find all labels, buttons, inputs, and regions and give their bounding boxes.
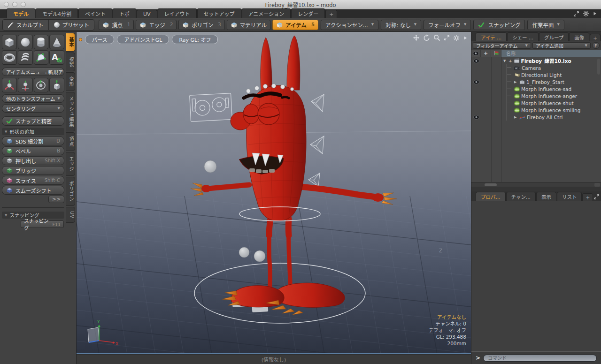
add-properties-tab-button[interactable]: + bbox=[582, 193, 593, 201]
visibility-toggle[interactable] bbox=[471, 99, 481, 106]
expander-open-icon[interactable]: ▼ bbox=[503, 59, 507, 63]
tool-button-押し出し[interactable]: 押し出しShift-X bbox=[2, 156, 64, 165]
preset-button[interactable]: プリセット bbox=[49, 20, 94, 30]
tree-row-Morph Influence-sad[interactable]: Morph Influence-sad bbox=[471, 85, 601, 92]
item-panel-tab-画像[interactable]: 画像 bbox=[569, 32, 589, 41]
viewport-3d[interactable]: Z bbox=[77, 32, 471, 354]
primitive-cone-icon[interactable] bbox=[49, 35, 64, 49]
transform-axis-move-gizmo-icon[interactable] bbox=[18, 78, 33, 92]
other-transform-dropdown[interactable]: 他のトランスフォーム▼ bbox=[2, 94, 64, 103]
tree-row-Morph Influence-shut[interactable]: Morph Influence-shut bbox=[471, 99, 601, 106]
layout-tab-レンダー[interactable]: レンダー bbox=[291, 8, 325, 18]
sidebar-tab-エッジ[interactable]: エッジ bbox=[66, 152, 75, 176]
primitive-helix-icon[interactable] bbox=[18, 50, 33, 65]
visibility-toggle[interactable] bbox=[471, 78, 481, 85]
mode-button-ポリゴン[interactable]: ポリゴン3 bbox=[178, 20, 224, 30]
visibility-toggle[interactable] bbox=[471, 71, 481, 78]
sidebar-tab-頂点[interactable]: 頂点 bbox=[66, 132, 75, 151]
sidebar-tab-複製[interactable]: 複製 bbox=[66, 53, 75, 71]
properties-tab-プロパ...[interactable]: プロパ... bbox=[476, 192, 506, 201]
maximize-icon[interactable] bbox=[593, 194, 600, 200]
command-input[interactable] bbox=[483, 355, 597, 362]
centering-dropdown[interactable]: センタリング▼ bbox=[2, 104, 64, 113]
visibility-toggle[interactable] bbox=[471, 92, 481, 99]
layout-tab-アニメーション[interactable]: アニメーション bbox=[242, 8, 291, 18]
layout-tab-モデル4分割[interactable]: モデル4分割 bbox=[36, 8, 78, 18]
tree-row-1_Fireboy_Start[interactable]: ▶1_Fireboy_Start bbox=[471, 78, 601, 85]
filter-items-dropdown[interactable]: フィルターアイテム▼ bbox=[473, 42, 531, 49]
more-tools-button[interactable]: >> bbox=[48, 196, 64, 203]
visibility-toggle[interactable] bbox=[471, 106, 481, 114]
maximize-icon[interactable] bbox=[573, 11, 579, 17]
shape-add-header[interactable]: ▼形状の追加 bbox=[2, 128, 64, 135]
tool-button-スライス[interactable]: スライスShift-C bbox=[2, 176, 64, 185]
orbit-icon[interactable] bbox=[423, 34, 430, 41]
visibility-column-header[interactable] bbox=[471, 50, 481, 57]
layout-tab-UV[interactable]: UV bbox=[137, 10, 157, 18]
add-panel-tab-button[interactable]: + bbox=[590, 34, 601, 41]
primitive-polygon-pen-icon[interactable] bbox=[34, 50, 49, 65]
filter-button[interactable]: F bbox=[592, 42, 600, 49]
properties-tab-チャン...[interactable]: チャン... bbox=[506, 192, 536, 201]
minimize-button[interactable] bbox=[12, 2, 17, 7]
action-center-dropdown[interactable]: アクションセン...▼ bbox=[321, 20, 378, 30]
zoom-button[interactable] bbox=[21, 2, 26, 7]
layout-tab-ペイント[interactable]: ペイント bbox=[78, 8, 112, 18]
tree-row-Morph Influence-anger[interactable]: Morph Influence-anger bbox=[471, 92, 601, 99]
layout-tab-レイアウト[interactable]: レイアウト bbox=[158, 8, 197, 18]
mode-button-頂点[interactable]: 頂点1 bbox=[99, 20, 134, 30]
snap-precision-button[interactable]: スナップと精密 bbox=[2, 116, 64, 126]
layout-tab-トポ[interactable]: トポ bbox=[113, 8, 136, 18]
scrollbar-thumb[interactable] bbox=[485, 183, 497, 186]
tree-horizontal-scrollbar[interactable] bbox=[471, 182, 601, 187]
mode-button-アイテム[interactable]: アイテム5 bbox=[272, 20, 318, 30]
properties-tab-表示[interactable]: 表示 bbox=[536, 192, 556, 201]
tree-row-Camera[interactable]: Camera bbox=[471, 64, 601, 71]
viewport-button-パース[interactable]: パース bbox=[85, 35, 114, 44]
viewport-button-Ray GL: オフ[interactable]: Ray GL: オフ bbox=[172, 35, 218, 44]
viewport-button-アドバンストGL[interactable]: アドバンストGL bbox=[117, 35, 169, 44]
transform-scale-gizmo-icon[interactable] bbox=[49, 78, 64, 92]
pan-icon[interactable] bbox=[413, 34, 420, 41]
snapping-button[interactable]: スナッピング bbox=[473, 20, 525, 30]
mode-button-エッジ[interactable]: エッジ2 bbox=[136, 20, 177, 30]
sculpt-button[interactable]: スカルプト bbox=[3, 20, 49, 30]
add-layout-tab-button[interactable]: + bbox=[325, 10, 337, 18]
visibility-toggle[interactable] bbox=[471, 114, 481, 121]
layout-tab-モデル[interactable]: モデル bbox=[7, 8, 35, 18]
tool-button-スムーズシフト[interactable]: スムーズシフト bbox=[2, 186, 64, 195]
zoom-icon[interactable] bbox=[433, 34, 440, 41]
tool-button-ベベル[interactable]: ベベルB bbox=[2, 146, 64, 155]
sidebar-tab-メッシュ編集[interactable]: メッシュ編集 bbox=[66, 92, 75, 131]
more-icon[interactable] bbox=[463, 35, 468, 41]
tree-row-Directional Light[interactable]: Directional Light bbox=[471, 71, 601, 78]
gear-icon[interactable] bbox=[453, 35, 460, 41]
sidebar-tab-ポリゴン[interactable]: ポリゴン bbox=[66, 177, 75, 206]
layout-tab-セットアップ[interactable]: セットアップ bbox=[197, 8, 241, 18]
expander-closed-icon[interactable]: ▶ bbox=[514, 115, 518, 119]
mode-button-マテリアル[interactable]: マテリアル bbox=[227, 20, 270, 30]
primitive-cylinder-icon[interactable] bbox=[34, 35, 49, 49]
visibility-toggle[interactable] bbox=[471, 85, 481, 92]
tree-row-Fireboy_練習10.lxo[interactable]: ▼+Fireboy_練習10.lxo bbox=[471, 57, 601, 64]
visibility-toggle[interactable] bbox=[471, 64, 481, 71]
tool-button-ブリッジ[interactable]: ブリッジ bbox=[2, 166, 64, 175]
maximize-icon[interactable] bbox=[444, 35, 450, 41]
gear-icon[interactable] bbox=[583, 10, 589, 17]
primitive-cube-icon[interactable] bbox=[2, 35, 17, 49]
more-icon[interactable] bbox=[593, 11, 597, 16]
primitive-torus-icon[interactable] bbox=[2, 50, 17, 65]
lock-column-header[interactable]: + bbox=[481, 50, 491, 57]
item-panel-tab-シェー ...[interactable]: シェー ... bbox=[507, 32, 539, 41]
sidebar-tab-UV[interactable]: UV bbox=[66, 207, 75, 223]
primitive-text-icon[interactable]: A& bbox=[49, 50, 64, 65]
render-column-header[interactable] bbox=[491, 50, 501, 57]
symmetry-dropdown[interactable]: 対称: なし▼ bbox=[381, 20, 421, 30]
transform-rotate-gizmo-icon[interactable] bbox=[34, 78, 49, 92]
tree-row-Morph Influence-smiling[interactable]: Morph Influence-smiling bbox=[471, 106, 601, 114]
item-panel-tab-アイテ ...[interactable]: アイテ ... bbox=[476, 32, 507, 41]
primitive-sphere-icon[interactable] bbox=[18, 35, 33, 49]
expand-plus-icon[interactable]: + bbox=[509, 59, 512, 63]
item-menu-dropdown[interactable]: アイテムメニュー: 新規ア ...▼ bbox=[2, 68, 64, 76]
sidebar-tab-基本[interactable]: 基本 bbox=[66, 33, 75, 52]
